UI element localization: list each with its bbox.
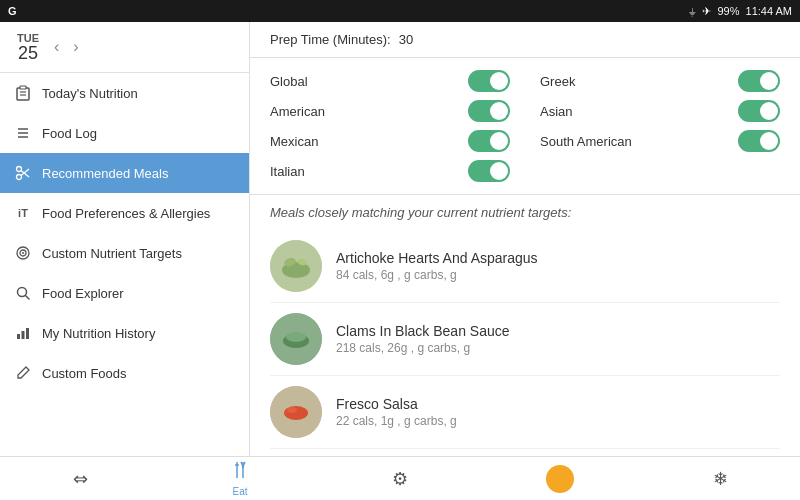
prev-date-button[interactable]: ‹ [50, 36, 63, 58]
svg-point-27 [284, 406, 308, 420]
meal-item-4[interactable]: Salmon, Rice And Broccoli 454 cals, 35g … [270, 449, 780, 456]
sidebar-label-recommended-meals: Recommended Meals [42, 166, 168, 181]
prep-time-value: 30 [399, 32, 413, 47]
prep-time-label: Prep Time (Minutes): [270, 32, 391, 47]
cuisine-label-south-american: South American [540, 134, 632, 149]
sidebar-item-todays-nutrition[interactable]: Today's Nutrition [0, 73, 249, 113]
bottom-nav-settings[interactable]: ⚙ [370, 468, 430, 490]
svg-point-25 [286, 332, 306, 342]
search-icon [14, 284, 32, 302]
toggle-greek[interactable] [738, 70, 780, 92]
cuisine-label-american: American [270, 104, 325, 119]
cuisine-label-italian: Italian [270, 164, 305, 179]
sidebar-item-custom-nutrient-targets[interactable]: Custom Nutrient Targets [0, 233, 249, 273]
bottom-nav-snowflake[interactable]: ❄ [690, 468, 750, 490]
eat-label: Eat [232, 486, 247, 497]
toggle-south-american[interactable] [738, 130, 780, 152]
date-nav: TUE 25 ‹ › [0, 22, 249, 73]
cuisine-row-mexican: Mexican [270, 130, 510, 152]
date-display: TUE 25 [12, 32, 44, 62]
cuisine-label-greek: Greek [540, 74, 575, 89]
toggle-italian[interactable] [468, 160, 510, 182]
meal-cals-3: 22 cals, 1g , g carbs, g [336, 414, 780, 428]
sidebar-label-todays-nutrition: Today's Nutrition [42, 86, 138, 101]
meal-list: Artichoke Hearts And Asparagus 84 cals, … [250, 230, 800, 456]
svg-line-15 [26, 296, 30, 300]
cuisine-row-global: Global [270, 70, 510, 92]
meals-header-text: Meals closely matching your current nutr… [270, 205, 571, 220]
meal-name-2: Clams In Black Bean Sauce [336, 323, 780, 339]
sidebar-label-food-log: Food Log [42, 126, 97, 141]
main-container: TUE 25 ‹ › Today's Nutrition [0, 22, 800, 456]
status-right: ⏚ ✈ 99% 11:44 AM [689, 5, 792, 18]
meal-info-1: Artichoke Hearts And Asparagus 84 cals, … [336, 250, 780, 282]
bluetooth-icon: ⏚ [689, 5, 696, 17]
sidebar-item-my-nutrition-history[interactable]: My Nutrition History [0, 313, 249, 353]
toggle-asian[interactable] [738, 100, 780, 122]
pencil-icon [14, 364, 32, 382]
sidebar: TUE 25 ‹ › Today's Nutrition [0, 22, 250, 456]
svg-point-8 [17, 167, 22, 172]
svg-rect-3 [20, 86, 26, 89]
time-display: 11:44 AM [746, 5, 792, 17]
it-icon: iT [14, 204, 32, 222]
meal-info-3: Fresco Salsa 22 cals, 1g , g carbs, g [336, 396, 780, 428]
cuisine-row-american: American [270, 100, 510, 122]
cuisine-row-asian: Asian [540, 100, 780, 122]
next-date-button[interactable]: › [69, 36, 82, 58]
meal-name-1: Artichoke Hearts And Asparagus [336, 250, 780, 266]
bar-chart-icon [14, 324, 32, 342]
meal-info-2: Clams In Black Bean Sauce 218 cals, 26g … [336, 323, 780, 355]
meal-cals-1: 84 cals, 6g , g carbs, g [336, 268, 780, 282]
prep-time-bar: Prep Time (Minutes): 30 [250, 22, 800, 58]
cuisine-row-greek: Greek [540, 70, 780, 92]
content-area: Prep Time (Minutes): 30 Global Greek [250, 22, 800, 456]
bottom-nav-scale[interactable]: ⇔ [50, 468, 110, 490]
sidebar-label-food-preferences: Food Preferences & Allergies [42, 206, 210, 221]
target-icon [14, 244, 32, 262]
svg-point-7 [17, 175, 22, 180]
sidebar-label-my-nutrition-history: My Nutrition History [42, 326, 155, 341]
sidebar-item-food-explorer[interactable]: Food Explorer [0, 273, 249, 313]
gear-icon: ⚙ [392, 468, 408, 490]
svg-point-13 [22, 252, 24, 254]
signal-icon: ✈ [702, 5, 711, 18]
sidebar-label-food-explorer: Food Explorer [42, 286, 124, 301]
app-icon: G [8, 5, 17, 17]
meal-item-3[interactable]: Fresco Salsa 22 cals, 1g , g carbs, g [270, 376, 780, 449]
meal-thumb-1 [270, 240, 322, 292]
battery-percent: 99% [717, 5, 739, 17]
status-left: G [8, 5, 17, 17]
toggle-mexican[interactable] [468, 130, 510, 152]
toggle-global[interactable] [468, 70, 510, 92]
cuisine-label-asian: Asian [540, 104, 573, 119]
meal-item-1[interactable]: Artichoke Hearts And Asparagus 84 cals, … [270, 230, 780, 303]
cuisine-row-south-american: South American [540, 130, 780, 152]
clipboard-icon [14, 84, 32, 102]
sidebar-item-recommended-meals[interactable]: Recommended Meals [0, 153, 249, 193]
meal-item-2[interactable]: Clams In Black Bean Sauce 218 cals, 26g … [270, 303, 780, 376]
list-icon [14, 124, 32, 142]
cuisine-label-mexican: Mexican [270, 134, 318, 149]
sidebar-label-custom-foods: Custom Foods [42, 366, 127, 381]
cuisine-row-italian: Italian [270, 160, 510, 182]
cuisine-label-global: Global [270, 74, 308, 89]
sidebar-item-custom-foods[interactable]: Custom Foods [0, 353, 249, 393]
meals-header: Meals closely matching your current nutr… [250, 195, 800, 230]
scissors-icon [14, 164, 32, 182]
bottom-nav-eat[interactable]: Eat [210, 460, 270, 497]
orange-circle-indicator [546, 465, 574, 493]
meal-name-3: Fresco Salsa [336, 396, 780, 412]
svg-rect-18 [26, 328, 29, 339]
meal-thumb-2 [270, 313, 322, 365]
sidebar-item-food-log[interactable]: Food Log [0, 113, 249, 153]
bottom-nav: ⇔ Eat ⚙ ❄ [0, 456, 800, 500]
date-number: 25 [18, 44, 38, 62]
svg-rect-16 [17, 334, 20, 339]
toggle-american[interactable] [468, 100, 510, 122]
meal-cals-2: 218 cals, 26g , g carbs, g [336, 341, 780, 355]
meal-thumb-3 [270, 386, 322, 438]
svg-point-28 [287, 407, 297, 413]
sidebar-item-food-preferences[interactable]: iT Food Preferences & Allergies [0, 193, 249, 233]
bottom-nav-circle[interactable] [530, 465, 590, 493]
